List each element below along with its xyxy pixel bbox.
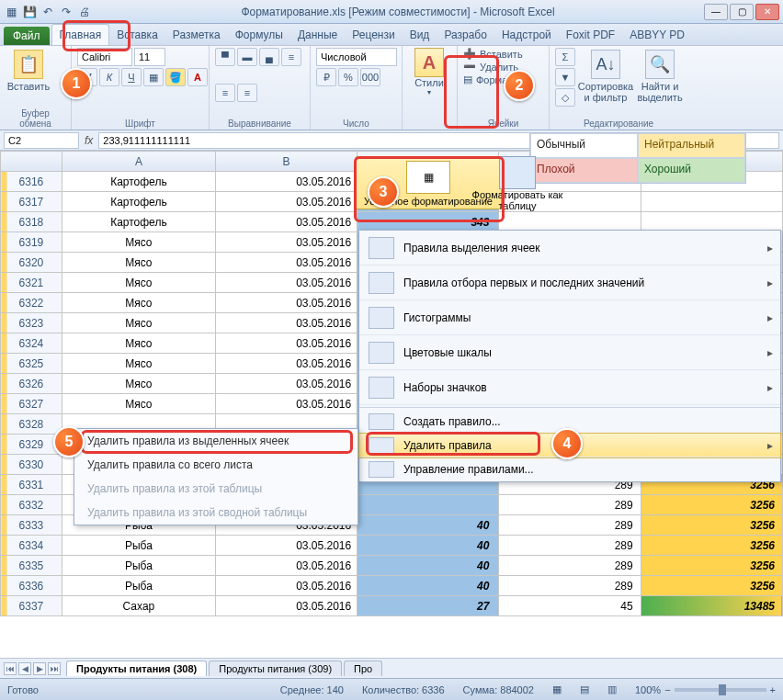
print-icon[interactable]: 🖨 xyxy=(77,5,92,19)
cell[interactable]: 03.05.2016 xyxy=(215,556,357,576)
cf-highlight-rules[interactable]: Правила выделения ячеек▸ xyxy=(359,231,780,265)
row-header[interactable]: 6334 xyxy=(1,536,62,556)
cell[interactable]: Мясо xyxy=(62,232,215,253)
table-row[interactable]: 6336Рыба03.05.2016402893256 xyxy=(1,576,783,596)
maximize-button[interactable]: ▢ xyxy=(730,4,754,20)
align-center-button[interactable]: ≡ xyxy=(215,84,235,102)
align-mid-button[interactable]: ▬ xyxy=(237,48,257,66)
style-good[interactable]: Хороший xyxy=(638,158,745,183)
cell[interactable]: 289 xyxy=(499,556,641,576)
cell[interactable] xyxy=(641,192,782,212)
cell[interactable]: 03.05.2016 xyxy=(215,374,357,394)
cell[interactable]: Сахар xyxy=(62,596,215,616)
number-format-combo[interactable]: Числовой xyxy=(316,48,397,66)
cell[interactable]: Мясо xyxy=(62,253,215,273)
sheet-tab-2[interactable]: Продукты питания (309) xyxy=(209,660,342,676)
paste-button[interactable]: 📋Вставить xyxy=(6,48,51,94)
style-neutral[interactable]: Нейтральный xyxy=(638,133,745,158)
tab-foxit[interactable]: Foxit PDF xyxy=(559,25,622,45)
cell[interactable]: Рыба xyxy=(62,576,215,596)
redo-icon[interactable]: ↷ xyxy=(59,5,74,19)
cell[interactable]: 3256 xyxy=(641,495,782,515)
insert-cells-button[interactable]: ➕Вставить xyxy=(463,48,523,60)
border-button[interactable]: ▦ xyxy=(143,68,164,86)
minimize-button[interactable]: — xyxy=(704,4,728,20)
cell[interactable]: 40 xyxy=(357,515,499,536)
cf-manage-rules[interactable]: Управление правилами... xyxy=(359,457,780,481)
view-normal-icon[interactable]: ▦ xyxy=(552,683,562,695)
row-header[interactable]: 6327 xyxy=(1,394,62,414)
col-header-B[interactable]: B xyxy=(215,152,357,172)
col-header-A[interactable]: A xyxy=(62,152,215,172)
align-right-button[interactable]: ≡ xyxy=(237,84,257,102)
cf-color-scales[interactable]: Цветовые шкалы▸ xyxy=(359,335,780,370)
cell[interactable]: Мясо xyxy=(62,273,215,293)
table-row[interactable]: 6337Сахар03.05.2016274513485 xyxy=(1,596,783,616)
row-header[interactable]: 6322 xyxy=(1,293,62,313)
tab-insert[interactable]: Вставка xyxy=(109,25,165,45)
row-header[interactable]: 6330 xyxy=(1,455,62,475)
cell[interactable]: 03.05.2016 xyxy=(215,333,357,354)
row-header[interactable]: 6336 xyxy=(1,576,62,596)
name-box[interactable]: C2 xyxy=(4,132,79,149)
zoom-control[interactable]: 100% − + xyxy=(635,684,776,695)
cell[interactable]: 03.05.2016 xyxy=(215,293,357,313)
cell[interactable]: Мясо xyxy=(62,333,215,354)
tab-view[interactable]: Вид xyxy=(403,25,437,45)
save-icon[interactable]: 💾 xyxy=(22,5,37,19)
tab-layout[interactable]: Разметка xyxy=(165,25,228,45)
comma-button[interactable]: 000 xyxy=(360,68,380,86)
align-top-button[interactable]: ▀ xyxy=(215,48,235,66)
table-row[interactable]: 6334Рыба03.05.2016402893256 xyxy=(1,536,783,556)
cell[interactable]: 3256 xyxy=(641,536,782,556)
fill-color-button[interactable]: 🪣 xyxy=(165,68,186,86)
italic-button[interactable]: К xyxy=(99,68,119,86)
styles-button[interactable]: AСтили▾ xyxy=(408,48,450,96)
row-header[interactable]: 6328 xyxy=(1,414,62,435)
cell[interactable]: Картофель xyxy=(62,212,215,232)
cell[interactable]: 03.05.2016 xyxy=(215,313,357,333)
format-as-table-button[interactable]: Форматировать как таблицу xyxy=(467,156,568,211)
cell[interactable]: Мясо xyxy=(62,394,215,414)
currency-button[interactable]: ₽ xyxy=(316,68,336,86)
row-header[interactable]: 6324 xyxy=(1,333,62,354)
cell[interactable]: 27 xyxy=(357,596,499,616)
cell[interactable]: 289 xyxy=(499,515,641,536)
row-header[interactable]: 6337 xyxy=(1,596,62,616)
cell[interactable]: Мясо xyxy=(62,374,215,394)
table-row[interactable]: 6335Рыба03.05.2016402893256 xyxy=(1,556,783,576)
cell[interactable]: 40 xyxy=(357,556,499,576)
cell[interactable]: Рыба xyxy=(62,556,215,576)
cell[interactable]: 03.05.2016 xyxy=(215,576,357,596)
cell[interactable]: 13485 xyxy=(641,596,782,616)
row-header[interactable]: 6316 xyxy=(1,172,62,192)
cell[interactable]: 03.05.2016 xyxy=(215,536,357,556)
cell[interactable]: 3256 xyxy=(641,515,782,536)
undo-icon[interactable]: ↶ xyxy=(40,5,55,19)
row-header[interactable]: 6326 xyxy=(1,374,62,394)
cell[interactable]: 03.05.2016 xyxy=(215,192,357,212)
cell[interactable]: 03.05.2016 xyxy=(215,253,357,273)
cell[interactable]: 289 xyxy=(499,536,641,556)
cell[interactable] xyxy=(357,495,499,515)
close-button[interactable]: ✕ xyxy=(755,4,779,20)
clear-rules-sheet[interactable]: Удалить правила со всего листа xyxy=(74,453,357,477)
zoom-out-icon[interactable]: − xyxy=(664,684,670,695)
tab-review[interactable]: Рецензи xyxy=(345,25,402,45)
sheet-tab-3[interactable]: Про xyxy=(344,660,382,676)
tab-formulas[interactable]: Формулы xyxy=(228,25,290,45)
row-header[interactable]: 6335 xyxy=(1,556,62,576)
zoom-slider[interactable] xyxy=(675,688,766,692)
underline-button[interactable]: Ч xyxy=(121,68,142,86)
tab-addins[interactable]: Надстрой xyxy=(494,25,559,45)
sheet-nav[interactable]: ⏮◀▶⏭ xyxy=(0,662,64,675)
clear-rules-selection[interactable]: Удалить правила из выделенных ячеек xyxy=(74,429,357,453)
select-all-corner[interactable] xyxy=(1,152,62,172)
cell[interactable]: 40 xyxy=(357,576,499,596)
row-header[interactable]: 6325 xyxy=(1,354,62,374)
cell[interactable]: 03.05.2016 xyxy=(215,212,357,232)
tab-dev[interactable]: Разрабо xyxy=(437,25,494,45)
font-color-button[interactable]: A xyxy=(187,68,208,86)
cell[interactable]: 40 xyxy=(357,536,499,556)
zoom-in-icon[interactable]: + xyxy=(770,684,776,695)
